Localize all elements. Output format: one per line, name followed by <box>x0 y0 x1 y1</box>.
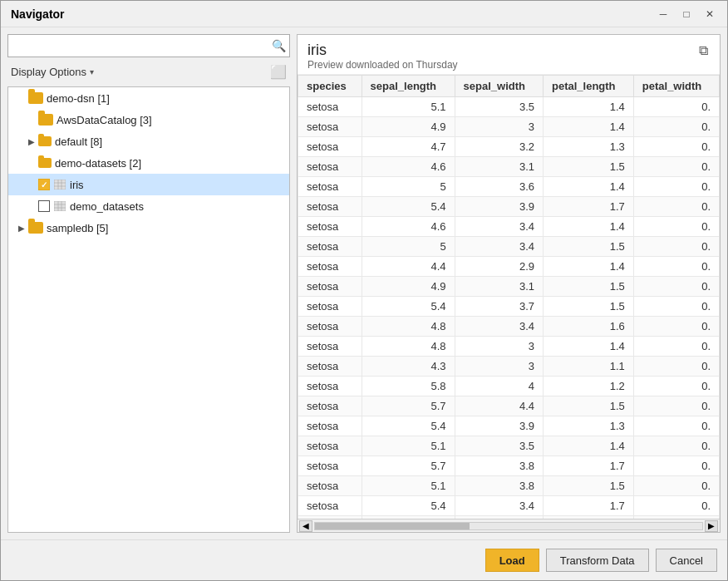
tree-item-demo-dsn[interactable]: demo-dsn [1] <box>8 87 289 109</box>
col-header-species: species <box>298 76 362 97</box>
data-table: species sepal_length sepal_width petal_l… <box>298 75 720 519</box>
table-cell: 4.4 <box>455 396 543 416</box>
table-row: setosa4.93.11.50. <box>298 277 720 297</box>
tree-toggle-sampledb[interactable]: ▶ <box>15 221 28 234</box>
table-icon <box>53 179 66 190</box>
table-cell: 1.5 <box>544 237 634 257</box>
table-row: setosa5.841.20. <box>298 377 720 396</box>
table-cell: 4.8 <box>362 337 455 357</box>
right-panel: iris Preview downloaded on Thursday ⧉ sp… <box>297 34 721 533</box>
table-cell: 0. <box>633 97 719 117</box>
tree-item-awsdatacatalog[interactable]: AwsDataCatalog [3] <box>8 109 289 130</box>
table-cell: setosa <box>298 317 362 337</box>
table-cell: 0. <box>633 357 719 377</box>
table-row: setosa4.73.21.30. <box>298 137 720 157</box>
table-cell: 3 <box>455 337 543 357</box>
table-cell: 3.4 <box>455 237 543 257</box>
search-wrapper: 🔍 <box>7 34 290 57</box>
table-row: setosa5.43.91.30. <box>298 416 720 436</box>
table-cell: 4.3 <box>362 357 455 377</box>
table-cell: 3.9 <box>455 416 543 436</box>
table-cell: setosa <box>298 217 362 237</box>
table-cell: 3.4 <box>455 217 543 237</box>
checkbox-iris[interactable] <box>38 179 50 190</box>
table-cell: 0. <box>633 237 719 257</box>
table-cell: setosa <box>298 97 362 117</box>
table-cell: 5.1 <box>362 97 455 117</box>
table-cell: 1.7 <box>544 197 634 217</box>
tree-toggle-default[interactable]: ▶ <box>25 135 38 148</box>
tree-container[interactable]: demo-dsn [1] AwsDataCatalog [3] ▶ defau <box>7 86 290 533</box>
table-cell: 3 <box>455 357 543 377</box>
titlebar: Navigator ─ □ ✕ <box>1 1 727 27</box>
table-row: setosa5.13.81.50. <box>298 476 720 496</box>
tree-item-iris[interactable]: iris <box>8 174 289 195</box>
table-cell: 0. <box>633 496 719 516</box>
chevron-down-icon: ▾ <box>90 67 94 76</box>
table-cell: 1.3 <box>544 416 634 436</box>
table-cell: 1.4 <box>544 337 634 357</box>
copy-preview-button[interactable]: ⧉ <box>697 42 710 60</box>
scroll-left-button[interactable]: ◀ <box>299 520 312 532</box>
transform-data-button[interactable]: Transform Data <box>546 549 649 572</box>
horizontal-scrollbar[interactable]: ◀ ▶ <box>298 519 720 532</box>
table-row: setosa53.41.50. <box>298 237 720 257</box>
table-cell: 5.4 <box>362 197 455 217</box>
cancel-button[interactable]: Cancel <box>656 549 717 572</box>
table-row: setosa4.331.10. <box>298 357 720 377</box>
minimize-button[interactable]: ─ <box>652 5 674 23</box>
tree-toggle-demo-dsn[interactable] <box>15 91 28 105</box>
display-options-button[interactable]: Display Options ▾ <box>7 64 97 80</box>
tree-toggle-aws[interactable] <box>15 113 28 126</box>
table-row: setosa4.42.91.40. <box>298 257 720 277</box>
table-cell: setosa <box>298 137 362 157</box>
table-cell: 0. <box>633 137 719 157</box>
tree-item-demo-datasets[interactable]: demo-datasets [2] <box>8 152 289 174</box>
data-table-wrapper[interactable]: species sepal_length sepal_width petal_l… <box>298 75 720 519</box>
table-cell: 3.9 <box>455 197 543 217</box>
table-body: setosa5.13.51.40.setosa4.931.40.setosa4.… <box>298 97 720 519</box>
preview-title: iris <box>307 42 458 59</box>
table-cell: 5.7 <box>362 396 455 416</box>
table-cell: 1.7 <box>544 456 634 476</box>
display-options-label: Display Options <box>11 66 86 78</box>
table-row: setosa4.63.41.40. <box>298 217 720 237</box>
search-icon: 🔍 <box>272 39 286 52</box>
table-cell: 3.8 <box>455 456 543 476</box>
tree-item-default[interactable]: ▶ default [8] <box>8 130 289 152</box>
table-cell: setosa <box>298 377 362 396</box>
table-cell: 0. <box>633 277 719 297</box>
svg-rect-0 <box>54 180 66 190</box>
table-cell: setosa <box>298 257 362 277</box>
checkbox-demo-datasets[interactable] <box>38 200 50 212</box>
scrollbar-thumb[interactable] <box>315 523 470 529</box>
table-cell: 3.7 <box>455 297 543 317</box>
table-cell: setosa <box>298 416 362 436</box>
tree-item-sampledb[interactable]: ▶ sampledb [5] <box>8 217 289 239</box>
table-cell: 1.4 <box>544 217 634 237</box>
table-cell: 3.1 <box>455 157 543 177</box>
tree-toggle-demo-datasets[interactable] <box>25 156 38 170</box>
table-row: setosa5.73.81.70. <box>298 456 720 476</box>
table-cell: 0. <box>633 436 719 456</box>
tree-item-label: iris <box>70 179 84 191</box>
search-input[interactable] <box>7 34 290 57</box>
scroll-right-button[interactable]: ▶ <box>705 520 718 532</box>
transfer-icon-button[interactable]: ⬜ <box>267 62 290 81</box>
table-cell: 3.8 <box>455 476 543 496</box>
table-cell: 3 <box>455 117 543 137</box>
scrollbar-track[interactable] <box>314 522 703 530</box>
tree-item-demo-datasets-table[interactable]: demo_datasets <box>8 195 289 217</box>
col-header-sepal-width: sepal_width <box>455 76 543 97</box>
table-cell: 3.1 <box>455 277 543 297</box>
maximize-button[interactable]: □ <box>676 5 697 23</box>
load-button[interactable]: Load <box>485 549 539 572</box>
table-cell: setosa <box>298 337 362 357</box>
left-panel: 🔍 Display Options ▾ ⬜ <box>7 34 290 533</box>
table-row: setosa4.83.41.60. <box>298 317 720 337</box>
search-button[interactable]: 🔍 <box>268 36 288 56</box>
table-cell: setosa <box>298 357 362 377</box>
table-cell: setosa <box>298 277 362 297</box>
table-cell: 1.5 <box>544 396 634 416</box>
close-button[interactable]: ✕ <box>699 5 721 23</box>
